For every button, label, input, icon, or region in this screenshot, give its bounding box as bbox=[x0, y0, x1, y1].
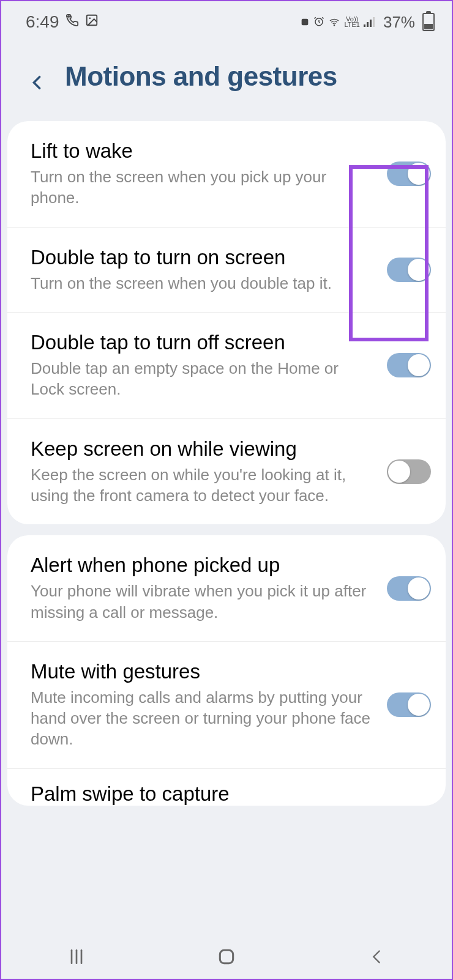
setting-description: Mute incoming calls and alarms by puttin… bbox=[31, 687, 376, 750]
setting-double-tap-on[interactable]: Double tap to turn on screen Turn on the… bbox=[7, 228, 446, 313]
setting-mute-gestures[interactable]: Mute with gestures Mute incoming calls a… bbox=[7, 642, 446, 769]
setting-title: Lift to wake bbox=[31, 139, 376, 163]
setting-description: Keep the screen on while you're looking … bbox=[31, 464, 376, 507]
setting-lift-to-wake[interactable]: Lift to wake Turn on the screen when you… bbox=[7, 121, 446, 228]
setting-description: Turn on the screen when you pick up your… bbox=[31, 166, 376, 209]
wifi-icon bbox=[328, 13, 340, 31]
setting-palm-swipe[interactable]: Palm swipe to capture bbox=[7, 769, 446, 806]
setting-title: Alert when phone picked up bbox=[31, 554, 376, 577]
home-button[interactable] bbox=[211, 941, 242, 972]
setting-title: Palm swipe to capture bbox=[31, 782, 431, 806]
setting-title: Keep screen on while viewing bbox=[31, 437, 376, 461]
toggle-double-tap-on[interactable] bbox=[387, 258, 431, 282]
header: Motions and gestures bbox=[1, 35, 452, 121]
svg-rect-6 bbox=[367, 22, 369, 27]
svg-rect-12 bbox=[220, 950, 233, 963]
toggle-alert-picked-up[interactable] bbox=[387, 576, 431, 601]
svg-point-1 bbox=[89, 17, 91, 19]
status-bar: 6:49 Vo)) LTE1 37% bbox=[1, 1, 452, 35]
recents-button[interactable] bbox=[61, 941, 92, 972]
setting-alert-picked-up[interactable]: Alert when phone picked up Your phone wi… bbox=[7, 535, 446, 642]
battery-percentage: 37% bbox=[383, 13, 415, 32]
status-left: 6:49 bbox=[26, 12, 99, 32]
page-title: Motions and gestures bbox=[65, 61, 337, 92]
setting-description: Your phone will vibrate when you pick it… bbox=[31, 581, 376, 623]
setting-description: Turn on the screen when you double tap i… bbox=[31, 273, 376, 294]
toggle-keep-screen-on[interactable] bbox=[387, 459, 431, 484]
svg-rect-8 bbox=[373, 17, 375, 27]
settings-card-1: Lift to wake Turn on the screen when you… bbox=[7, 121, 446, 524]
clock-time: 6:49 bbox=[26, 12, 59, 32]
app-icon bbox=[300, 13, 310, 31]
setting-title: Double tap to turn on screen bbox=[31, 246, 376, 269]
svg-rect-2 bbox=[302, 19, 309, 26]
settings-card-2: Alert when phone picked up Your phone wi… bbox=[7, 535, 446, 806]
toggle-double-tap-off[interactable] bbox=[387, 353, 431, 377]
svg-point-4 bbox=[334, 25, 335, 26]
setting-title: Double tap to turn off screen bbox=[31, 331, 376, 354]
setting-title: Mute with gestures bbox=[31, 660, 376, 683]
navigation-bar bbox=[1, 935, 452, 979]
setting-keep-screen-on[interactable]: Keep screen on while viewing Keep the sc… bbox=[7, 419, 446, 525]
gallery-icon bbox=[85, 13, 99, 31]
lte-indicator: Vo)) LTE1 bbox=[344, 17, 359, 28]
back-button[interactable] bbox=[361, 941, 392, 972]
alarm-icon bbox=[313, 13, 324, 31]
toggle-lift-to-wake[interactable] bbox=[387, 161, 431, 186]
back-icon[interactable] bbox=[28, 68, 45, 85]
status-right: Vo)) LTE1 37% bbox=[300, 13, 435, 32]
toggle-mute-gestures[interactable] bbox=[387, 692, 431, 717]
setting-double-tap-off[interactable]: Double tap to turn off screen Double tap… bbox=[7, 313, 446, 419]
setting-description: Double tap an empty space on the Home or… bbox=[31, 358, 376, 400]
svg-rect-5 bbox=[364, 24, 365, 27]
battery-icon bbox=[422, 13, 435, 31]
signal-icon bbox=[364, 13, 376, 31]
svg-rect-7 bbox=[370, 20, 372, 27]
missed-call-icon bbox=[66, 13, 79, 31]
